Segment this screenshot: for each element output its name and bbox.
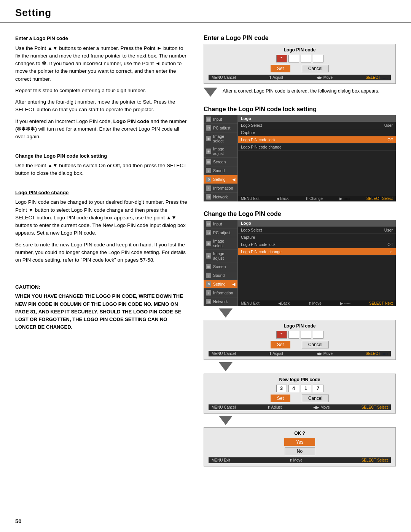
osd-item-imgadj-1: ◈ Image adjust <box>204 145 237 158</box>
icon-imgadj-1: ◈ <box>206 149 211 154</box>
osd-left-1: ▤ Input ⊡ PC adjust ▣ Image select ◈ Ima… <box>204 115 238 201</box>
pin-dialog2-title: Logo PIN code <box>209 323 391 329</box>
enter-logo-pin-heading-left: Enter a Logo PIN code <box>15 35 188 42</box>
ok-yes-btn[interactable]: Yes <box>284 438 315 446</box>
icon-screen-1: ▦ <box>206 159 211 165</box>
pin-dialog1-buttons: Set Cancel <box>209 65 391 72</box>
osd-item-network-2: ⊞ Network <box>204 297 237 306</box>
osd-item-input-2: ▤ Input <box>204 220 237 228</box>
ok-dialog-title: OK ? <box>209 431 391 436</box>
osd-menu-2: ▤ Input ⊡ PC adjust ▣ Image select ◈ Ima… <box>204 220 396 306</box>
icon-imgsel-2: ▣ <box>206 241 211 246</box>
pin2-set-btn[interactable]: Set <box>271 341 290 348</box>
osd-right-pin-change-2: Logo PIN code change ↵ <box>238 248 396 256</box>
pin-dialog-1: Logo PIN code * Set Cancel MENU Cancel ⬆… <box>204 44 396 84</box>
pin-field-1: * <box>276 55 287 62</box>
page-number: 50 <box>15 518 22 524</box>
pin-field-4 <box>313 55 323 62</box>
arrow-down-block-2 <box>204 308 396 318</box>
osd-item-imgadj-2: ◈ Image adjust <box>204 250 237 262</box>
icon-sound-1: ♪ <box>206 168 211 173</box>
pin2-cancel-btn[interactable]: Cancel <box>302 341 329 348</box>
icon-imgadj-2: ◈ <box>206 253 211 259</box>
osd-item-pc-2: ⊡ PC adjust <box>204 228 237 237</box>
ok-no-btn[interactable]: No <box>285 447 315 455</box>
ok-dialog: OK ? Yes No MENU Exit ⬆ Move SELECT Sele… <box>204 427 396 466</box>
osd-item-network-1: ⊞ Network <box>204 193 237 201</box>
new-pin-field-3: 1 <box>301 385 311 392</box>
pin-dialog2-field-1: * <box>276 331 287 339</box>
pin-cancel-btn[interactable]: Cancel <box>302 65 329 72</box>
section2-title: Change the Logo PIN code lock setting <box>204 106 396 113</box>
arrow-down-icon-4 <box>219 416 233 425</box>
icon-info-1: ℹ <box>206 185 211 191</box>
pin-dialog2-field-2 <box>288 331 299 339</box>
icon-input-1: ▤ <box>206 117 211 122</box>
change-logo-lock-p1: Use the Point ▲▼ buttons to switch On or… <box>15 162 188 177</box>
logo-pin-change-p2: Be sure to note the new Logo PIN code an… <box>15 241 188 264</box>
status-adjust: ⬆ Adjust <box>269 75 283 80</box>
osd-right-logo-select-2: Logo Select User <box>238 227 396 234</box>
osd-right-pin-lock-1: Logo PIN code lock Off <box>238 136 396 144</box>
pin-dialog1-statusbar: MENU Cancel ⬆ Adjust ◀▶ Move SELECT ----… <box>209 75 391 80</box>
osd-item-input-1: ▤ Input <box>204 115 237 124</box>
osd-item-imgsel-1: ▣ Image select <box>204 133 237 145</box>
osd1-statusbar: MENU Exit ◀ Back ⬆ Change ▶ ----- SELECT… <box>238 196 396 201</box>
osd-right-capture-2: Capture <box>238 234 396 241</box>
status-move: ◀▶ Move <box>316 75 333 80</box>
new-pin-buttons: Set Cancel <box>209 395 391 402</box>
arrow-down-icon-3 <box>219 362 233 371</box>
osd-left-2: ▤ Input ⊡ PC adjust ▣ Image select ◈ Ima… <box>204 220 238 306</box>
new-pin-field-2: 4 <box>288 385 299 392</box>
caution-block: CAUTION: WHEN YOU HAVE CHANGED THE LOGO … <box>15 283 188 331</box>
pin-dialog1-fields: * <box>209 55 391 62</box>
status-select: SELECT ----- <box>366 75 388 80</box>
osd-item-pc-1: ⊡ PC adjust <box>204 124 237 133</box>
icon-input-2: ▤ <box>206 221 211 227</box>
icon-network-1: ⊞ <box>206 194 211 200</box>
section3-title: Change the Logo PIN code <box>204 211 396 217</box>
ok-options: Yes No <box>209 438 391 455</box>
enter-logo-pin-p4-bold: Logo PIN code <box>113 118 149 124</box>
ok-statusbar: MENU Exit ⬆ Move SELECT Select <box>209 457 391 463</box>
pin-dialog2-fields: * <box>209 331 391 339</box>
enter-logo-pin-p4-pre: If you entered an incorrect Logo PIN cod… <box>15 118 113 124</box>
osd-right-capture-1: Capture <box>238 129 396 136</box>
icon-screen-2: ▦ <box>206 264 211 269</box>
osd-item-sound-2: ♪ Sound <box>204 271 237 280</box>
pin-dialog2-field-3 <box>301 331 311 339</box>
osd-item-setting-2: ⚙ Setting ◀ <box>204 280 237 289</box>
main-content: Enter a Logo PIN code Use the Point ▲▼ b… <box>0 23 411 478</box>
arrow-down-block-4 <box>204 416 396 425</box>
osd-right-pin-change-1: Logo PIN code change <box>238 144 396 151</box>
section-change-pin: Change the Logo PIN code ▤ Input ⊡ PC ad… <box>204 211 396 466</box>
osd-right-2: Logo Logo Select User Capture Logo PIN c… <box>238 220 396 306</box>
enter-logo-pin-p4: If you entered an incorrect Logo PIN cod… <box>15 118 188 141</box>
enter-logo-pin-p1: Use the Point ▲▼ buttons to enter a numb… <box>15 45 188 83</box>
osd-right-pin-lock-2: Logo PIN code lock Off <box>238 241 396 248</box>
new-pin-field-4: 7 <box>313 385 323 392</box>
new-pin-statusbar: MENU Cancel ⬆ Adjust ◀▶ Move SELECT Sele… <box>209 404 391 410</box>
footer-divider <box>15 478 396 478</box>
logo-pin-change-p1: Logo PIN code can be changed to your des… <box>15 198 188 237</box>
osd-item-screen-2: ▦ Screen <box>204 262 237 271</box>
new-pin-dialog: New logo PIN code 3 4 1 7 Set Cancel MEN… <box>204 374 396 414</box>
page-header: Setting <box>0 0 411 23</box>
osd-right-1: Logo Logo Select User Capture Logo PIN c… <box>238 115 396 201</box>
new-pin-fields: 3 4 1 7 <box>209 385 391 392</box>
pin-dialog2-field-4 <box>313 331 323 339</box>
pin-set-btn[interactable]: Set <box>271 65 290 72</box>
osd2-statusbar: MENU Exit ◀Back ⬆ Move ▶ ----- SELECT Ne… <box>238 300 396 306</box>
osd-item-setting-1: ⚙ Setting ◀ <box>204 175 237 184</box>
icon-imgsel-1: ▣ <box>206 136 211 141</box>
icon-setting-2: ⚙ <box>206 281 211 287</box>
pin-field-3 <box>301 55 311 62</box>
new-pin-cancel-btn[interactable]: Cancel <box>302 395 329 402</box>
icon-pc-1: ⊡ <box>206 125 211 131</box>
new-pin-set-btn[interactable]: Set <box>271 395 290 402</box>
caution-body: WHEN YOU HAVE CHANGED THE LOGO PIN CODE,… <box>15 292 188 331</box>
arrow-note-block: After a correct Logo PIN code is entered… <box>204 87 396 97</box>
section1-title: Enter a Logo PIN code <box>204 35 396 42</box>
logo-pin-change-heading-left: Logo PIN code change <box>15 189 188 197</box>
enter-logo-pin-p2: Repeat this step to complete entering a … <box>15 87 188 94</box>
